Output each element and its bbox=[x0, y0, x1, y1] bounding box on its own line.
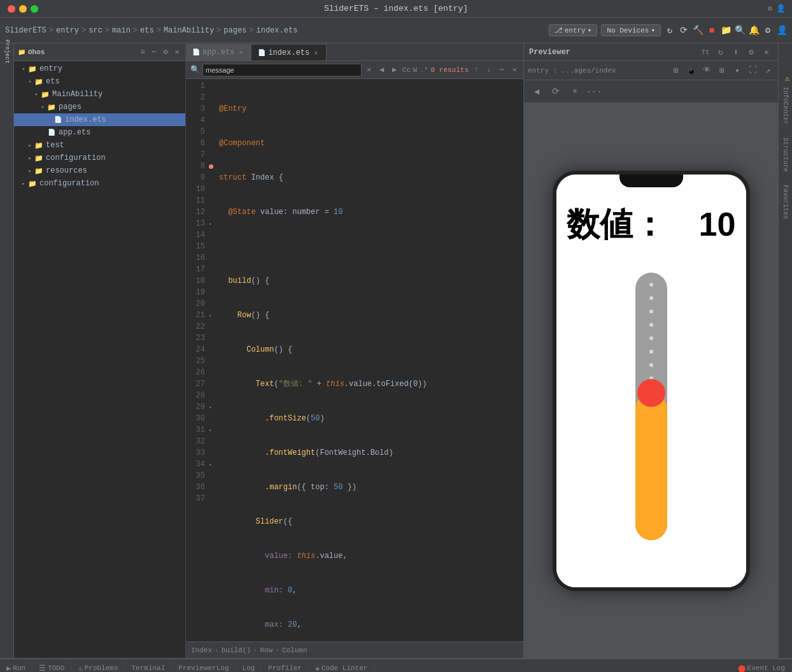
tree-item-resources[interactable]: ▸ 📁 resources bbox=[14, 164, 185, 177]
minimize-button[interactable] bbox=[19, 5, 27, 13]
search-more-icon[interactable]: ⋯ bbox=[497, 65, 507, 75]
bottom-tab-log[interactable]: Log bbox=[236, 660, 262, 672]
breadcrumb-sliderETS[interactable]: SliderETS bbox=[5, 26, 46, 35]
prev-more-icon[interactable]: ··· bbox=[586, 84, 602, 99]
maximize-button[interactable] bbox=[31, 5, 38, 13]
structure-tab[interactable]: Structure bbox=[781, 132, 790, 177]
previewer-settings-icon[interactable]: ⚙ bbox=[745, 46, 758, 59]
search-prev-icon[interactable]: ◀ bbox=[377, 65, 387, 75]
breadcrumb-entry[interactable]: entry bbox=[56, 26, 79, 35]
previewer-font-size-icon[interactable]: Tt bbox=[699, 46, 712, 59]
search-down-icon[interactable]: ↓ bbox=[484, 65, 494, 75]
settings-icon[interactable]: ⚙ bbox=[768, 4, 772, 13]
breadcrumb-src[interactable]: src bbox=[88, 26, 103, 35]
tree-item-pages[interactable]: ▾ 📁 pages bbox=[14, 101, 185, 113]
tree-item-app-ets[interactable]: 📄 app.ets bbox=[14, 126, 185, 139]
code-linter-label: Code Linter bbox=[322, 664, 368, 672]
main-layout: Project 📁 Ohos ≡ ⋯ ⚙ ✕ ▾ 📁 entry bbox=[0, 43, 792, 658]
bottom-tab-problems[interactable]: ⚠ Problems bbox=[71, 660, 125, 672]
bottom-tab-profiler[interactable]: Profiler bbox=[262, 660, 309, 672]
tab-app-close[interactable]: ✕ bbox=[237, 48, 244, 56]
prev-brightness-icon[interactable]: ☀ bbox=[567, 84, 583, 99]
sidebar-tab-project[interactable]: Project bbox=[1, 46, 13, 57]
tab-index-close[interactable]: ✕ bbox=[312, 49, 320, 57]
prev-rotate-icon[interactable]: ⟳ bbox=[548, 84, 563, 99]
previewer-dropdown-icon[interactable]: ▾ bbox=[731, 64, 744, 77]
search-clear-icon[interactable]: ✕ bbox=[364, 65, 374, 75]
breakpoint-8[interactable] bbox=[209, 164, 213, 169]
event-log-icon: ⬤ bbox=[738, 664, 746, 673]
breadcrumb-index[interactable]: index.ets bbox=[257, 26, 298, 35]
previewer-eye-icon[interactable]: 👁 bbox=[700, 64, 713, 77]
user-icon[interactable]: 👤 bbox=[777, 25, 787, 36]
bottom-tab-code-linter[interactable]: ◈ Code Linter bbox=[309, 660, 374, 672]
bottom-tab-event-log[interactable]: ⬤ Event Log bbox=[732, 660, 792, 672]
tree-item-mainability[interactable]: ▾ 📁 MainAbility bbox=[14, 88, 185, 101]
bottom-tab-previewer-log[interactable]: PreviewerLog bbox=[172, 660, 236, 672]
bottom-tab-todo[interactable]: ☰ TODO bbox=[32, 660, 71, 672]
previewer-refresh-icon[interactable]: ↻ bbox=[714, 46, 727, 59]
breadcrumb-main[interactable]: main bbox=[112, 26, 131, 35]
previewer-component-view-icon[interactable]: ⊞ bbox=[670, 64, 682, 77]
prev-back-icon[interactable]: ◀ bbox=[529, 84, 544, 99]
tab-app-ets[interactable]: 📄 app.ets ✕ bbox=[186, 44, 251, 61]
close-button[interactable] bbox=[8, 5, 15, 13]
slider-track bbox=[635, 273, 667, 540]
tree-item-ets[interactable]: ▾ 📁 ets bbox=[14, 75, 185, 88]
tree-item-entry[interactable]: ▾ 📁 entry bbox=[14, 62, 185, 75]
tree-item-configuration-inner[interactable]: ▸ 📁 configuration bbox=[14, 152, 185, 164]
branch-button[interactable]: ⎇ entry ▾ bbox=[549, 24, 598, 36]
breadcrumb-mainability[interactable]: MainAbility bbox=[164, 26, 214, 35]
bottom-tab-run[interactable]: ▶ Run bbox=[0, 660, 32, 672]
previewer-popout-icon[interactable]: ↗ bbox=[761, 64, 774, 77]
tree-item-configuration-root[interactable]: ▸ 📁 configuration bbox=[14, 177, 185, 190]
previewer-close-icon[interactable]: ✕ bbox=[760, 46, 773, 59]
account-icon[interactable]: 👤 bbox=[776, 4, 786, 13]
collapse-all-icon[interactable]: ≡ bbox=[138, 48, 147, 57]
code-editor[interactable]: 12345 678910 1112131415 1617181920 21222… bbox=[186, 79, 523, 641]
tab-index-ets[interactable]: 📄 index.ets ✕ bbox=[251, 44, 327, 61]
previewer-toggle-icon[interactable]: ⬇ bbox=[730, 46, 742, 59]
breadcrumb-ets[interactable]: ets bbox=[140, 26, 154, 35]
breadcrumb-row-item[interactable]: Row bbox=[260, 647, 272, 654]
search-regex[interactable]: .* bbox=[420, 66, 428, 74]
files-icon[interactable]: 📁 bbox=[721, 25, 731, 36]
settings-tree-icon[interactable]: ⚙ bbox=[161, 48, 170, 57]
tree-item-test[interactable]: ▸ 📁 test bbox=[14, 139, 185, 152]
previewer-device-icon[interactable]: 📱 bbox=[685, 64, 698, 77]
settings-icon2[interactable]: ⚙ bbox=[763, 25, 773, 36]
notification-icon[interactable]: 🔔 bbox=[749, 25, 759, 36]
bottom-breadcrumb: Index › build() › Row › Column bbox=[191, 647, 307, 654]
favorites-tab[interactable]: Favorites bbox=[781, 180, 790, 224]
search-whole-word[interactable]: W bbox=[413, 66, 418, 74]
search-up-icon[interactable]: ↑ bbox=[471, 65, 481, 75]
refresh-icon[interactable]: ↻ bbox=[665, 25, 675, 36]
expand-icon[interactable]: ⋯ bbox=[150, 48, 159, 57]
search-next-icon[interactable]: ▶ bbox=[390, 65, 400, 75]
stop-icon[interactable]: ■ bbox=[707, 25, 717, 36]
window-controls[interactable] bbox=[8, 5, 38, 13]
sync-icon[interactable]: ⟳ bbox=[679, 25, 689, 36]
breadcrumb-pages[interactable]: pages bbox=[223, 26, 246, 35]
breadcrumb-build-item[interactable]: build() bbox=[222, 647, 251, 654]
close-panel-icon[interactable]: ✕ bbox=[173, 48, 181, 57]
project-panel-title: Ohos bbox=[28, 48, 45, 56]
code-lines[interactable]: @Entry @Component struct Index { @State … bbox=[216, 79, 523, 641]
breadcrumb-column-item[interactable]: Column bbox=[282, 647, 308, 654]
search-close-icon[interactable]: ✕ bbox=[509, 65, 520, 75]
slider-thumb[interactable] bbox=[637, 379, 665, 407]
arrow-marker-31: ▸ bbox=[209, 427, 212, 434]
search-bar-icon[interactable]: 🔍 bbox=[190, 65, 200, 75]
bottom-tab-terminal[interactable]: Terminal bbox=[125, 660, 173, 672]
search-icon[interactable]: 🔍 bbox=[735, 25, 745, 36]
breadcrumb-index-item[interactable]: Index bbox=[191, 647, 212, 654]
build-icon[interactable]: 🔨 bbox=[693, 25, 703, 36]
tree-item-index-ets[interactable]: 📄 index.ets bbox=[14, 113, 185, 126]
search-input[interactable] bbox=[202, 64, 362, 76]
previewer-layout-icon[interactable]: ⊞ bbox=[716, 64, 728, 77]
slider-preview[interactable] bbox=[632, 273, 670, 540]
previewer-fullscreen-icon[interactable]: ⛶ bbox=[746, 64, 759, 77]
search-match-case[interactable]: Cc bbox=[402, 66, 411, 74]
infocenter-tab[interactable]: InfoCenter bbox=[781, 82, 790, 130]
devices-button[interactable]: No Devices ▾ bbox=[601, 24, 661, 36]
